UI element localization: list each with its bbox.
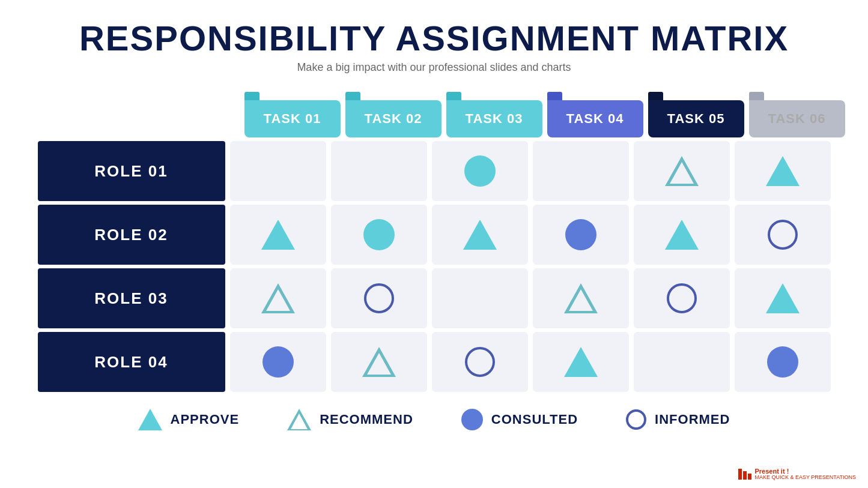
cell-r2-t5 <box>634 205 730 265</box>
cell-r1-t3 <box>432 141 528 201</box>
approve-legend-icon <box>138 409 162 430</box>
informed-legend-label: INFORMED <box>655 412 730 427</box>
cell-r3-t1 <box>230 268 326 328</box>
legend-recommend: RECOMMEND <box>287 409 413 430</box>
task-cells-row3 <box>230 268 831 328</box>
matrix-container: TASK 01 TASK 02 TASK 03 TASK 04 TASK 05 … <box>38 92 831 392</box>
cell-r1-t4 <box>533 141 629 201</box>
task-header-2: TASK 02 <box>345 92 442 137</box>
cell-r2-t3 <box>432 205 528 265</box>
legend: APPROVE RECOMMEND CONSULTED INFORMED <box>138 409 730 430</box>
watermark-icon <box>738 469 751 480</box>
informed-icon <box>768 220 798 250</box>
watermark-text: Present it ! MAKE QUICK & EASY PRESENTAT… <box>754 468 856 481</box>
cell-r2-t4 <box>533 205 629 265</box>
informed-legend-icon <box>626 409 646 430</box>
approve-icon <box>766 156 800 186</box>
table-row: ROLE 02 <box>38 205 831 265</box>
task-header-row: TASK 01 TASK 02 TASK 03 TASK 04 TASK 05 … <box>242 92 831 137</box>
role-label-2: ROLE 02 <box>94 226 168 244</box>
cell-r3-t3 <box>432 268 528 328</box>
table-row: ROLE 01 <box>38 141 831 201</box>
task-cells-row4 <box>230 332 831 392</box>
page-subtitle: Make a big impact with our professional … <box>79 61 789 74</box>
role-label-3: ROLE 03 <box>94 289 168 308</box>
task-header-4: TASK 04 <box>547 92 643 137</box>
task-fold-3 <box>446 92 461 100</box>
task-header-1: TASK 01 <box>244 92 341 137</box>
role-cell-1: ROLE 01 <box>38 141 225 201</box>
page-header: RESPONSIBILITY ASSIGNMENT MATRIX Make a … <box>79 18 789 74</box>
approve-icon <box>564 347 598 377</box>
task-fold-6 <box>749 92 764 100</box>
cell-r1-t2 <box>331 141 427 201</box>
watermark: Present it ! MAKE QUICK & EASY PRESENTAT… <box>738 468 856 481</box>
cell-r1-t5 <box>634 141 730 201</box>
cell-r3-t2 <box>331 268 427 328</box>
consulted-legend-icon <box>461 409 483 430</box>
consulted-legend-label: CONSULTED <box>491 412 578 427</box>
recommend-icon <box>665 156 699 186</box>
cell-r1-t1 <box>230 141 326 201</box>
legend-approve: APPROVE <box>138 409 240 430</box>
page-title: RESPONSIBILITY ASSIGNMENT MATRIX <box>79 18 789 58</box>
data-rows: ROLE 01 <box>38 141 831 392</box>
role-cell-3: ROLE 03 <box>38 268 225 328</box>
cell-r2-t2 <box>331 205 427 265</box>
legend-informed: INFORMED <box>626 409 730 430</box>
table-row: ROLE 03 <box>38 268 831 328</box>
cell-r4-t5 <box>634 332 730 392</box>
legend-consulted: CONSULTED <box>461 409 578 430</box>
cell-r4-t2 <box>331 332 427 392</box>
task-cells-row1 <box>230 141 831 201</box>
approve-icon <box>463 220 497 250</box>
cell-r2-t1 <box>230 205 326 265</box>
task-header-5: TASK 05 <box>648 92 744 137</box>
cell-r4-t3 <box>432 332 528 392</box>
cell-r1-t6 <box>735 141 831 201</box>
task-fold-5 <box>648 92 663 100</box>
table-row: ROLE 04 <box>38 332 831 392</box>
cell-r3-t5 <box>634 268 730 328</box>
recommend-legend-label: RECOMMEND <box>320 412 413 427</box>
cell-r4-t4 <box>533 332 629 392</box>
cell-r4-t6 <box>735 332 831 392</box>
informed-icon <box>364 283 394 313</box>
approve-icon <box>665 220 699 250</box>
task-label-3: TASK 03 <box>446 100 542 137</box>
cell-r3-t6 <box>735 268 831 328</box>
approve-legend-label: APPROVE <box>171 412 240 427</box>
task-label-6: TASK 06 <box>749 100 845 137</box>
recommend-icon <box>564 283 598 313</box>
cell-r3-t4 <box>533 268 629 328</box>
consulted-icon <box>363 219 395 250</box>
consulted-icon <box>464 155 496 187</box>
task-label-1: TASK 01 <box>244 100 341 137</box>
approve-icon <box>261 220 295 250</box>
consulted-icon <box>565 219 596 250</box>
task-header-6: TASK 06 <box>749 92 845 137</box>
task-header-3: TASK 03 <box>446 92 542 137</box>
consulted-icon <box>767 346 798 378</box>
role-cell-4: ROLE 04 <box>38 332 225 392</box>
task-cells-row2 <box>230 205 831 265</box>
cell-r4-t1 <box>230 332 326 392</box>
task-label-2: TASK 02 <box>345 100 442 137</box>
role-label-4: ROLE 04 <box>94 353 168 372</box>
informed-icon <box>465 347 495 377</box>
task-label-5: TASK 05 <box>648 100 744 137</box>
recommend-legend-icon <box>287 409 311 430</box>
recommend-icon <box>362 347 396 377</box>
cell-r2-t6 <box>735 205 831 265</box>
recommend-icon <box>261 283 295 313</box>
task-label-4: TASK 04 <box>547 100 643 137</box>
consulted-icon <box>263 346 294 378</box>
task-fold-1 <box>244 92 259 100</box>
task-fold-2 <box>345 92 360 100</box>
role-cell-2: ROLE 02 <box>38 205 225 265</box>
task-fold-4 <box>547 92 562 100</box>
informed-icon <box>667 283 697 313</box>
role-label-1: ROLE 01 <box>94 162 168 181</box>
approve-icon <box>766 283 800 313</box>
